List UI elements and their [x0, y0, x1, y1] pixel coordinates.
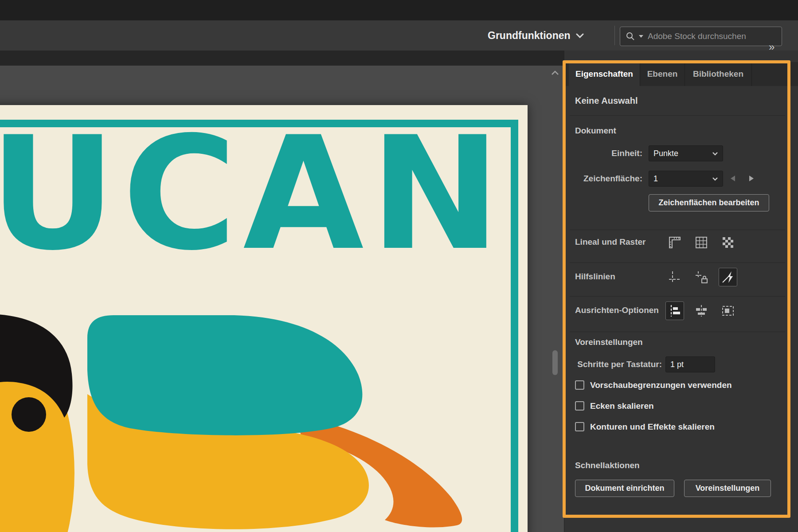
unit-dropdown[interactable]: Punkte: [649, 145, 723, 161]
divider: [570, 296, 785, 297]
selection-status: Keine Auswahl: [575, 96, 638, 106]
artboard-label: Zeichenfläche:: [564, 174, 642, 184]
ruler-icon: [668, 235, 682, 250]
divider: [570, 262, 785, 263]
show-guides-button[interactable]: [665, 268, 684, 286]
align-to-key-object-button[interactable]: [692, 301, 711, 320]
preview-bounds-checkbox[interactable]: [575, 380, 584, 390]
unit-label: Einheit:: [564, 149, 642, 158]
scale-corners-checkbox[interactable]: [575, 401, 584, 411]
show-grid-button[interactable]: [692, 233, 711, 252]
guides-label: Hilfslinien: [575, 272, 615, 282]
scale-strokes-effects-label: Konturen und Effekte skalieren: [590, 422, 715, 432]
preview-bounds-label: Vorschaubegrenzungen verwenden: [590, 380, 732, 390]
document-setup-button[interactable]: Dokument einrichten: [575, 480, 674, 497]
artboard-combobox[interactable]: 1: [649, 171, 723, 187]
chevron-down-icon: [712, 152, 718, 156]
grid-icon: [694, 235, 708, 250]
tab-bibliotheken[interactable]: Bibliotheken: [685, 62, 752, 86]
illustrator-window: Grundfunktionen UCAN: [0, 0, 798, 532]
scale-strokes-effects-checkbox[interactable]: [575, 422, 584, 431]
show-guides-icon: [668, 270, 682, 284]
divider: [570, 230, 785, 230]
poster-headline: UCAN: [0, 116, 507, 272]
prev-artboard-button[interactable]: [730, 175, 735, 184]
properties-panel: Eigenschaften Ebenen Bibliotheken Keine …: [564, 51, 798, 532]
chevron-down-icon: [576, 33, 584, 38]
align-to-artboard-button[interactable]: [719, 301, 737, 320]
unit-value: Punkte: [653, 149, 712, 158]
lock-guides-icon: [694, 270, 708, 284]
document-tabbar: [0, 51, 564, 66]
toucan-illustration: [0, 313, 514, 532]
tab-ebenen[interactable]: Ebenen: [640, 62, 685, 86]
show-rulers-button[interactable]: [665, 233, 684, 252]
keyboard-steps-input[interactable]: [665, 356, 715, 372]
scrollbar-up-arrow[interactable]: [551, 69, 559, 77]
search-icon: [626, 31, 635, 41]
vertical-scrollbar-thumb[interactable]: [552, 350, 558, 375]
search-input[interactable]: [647, 31, 776, 42]
smart-guides-button[interactable]: [719, 268, 737, 286]
preferences-section-title: Voreinstellungen: [575, 337, 643, 347]
quick-actions-section-title: Schnellaktionen: [575, 461, 640, 470]
align-to-selection-icon: [668, 304, 682, 318]
divider: [570, 115, 785, 116]
preferences-button[interactable]: Voreinstellungen: [684, 480, 771, 497]
workspace-switcher[interactable]: Grundfunktionen: [488, 20, 584, 51]
ruler-grid-label: Lineal und Raster: [575, 237, 645, 247]
keyboard-steps-label: Schritte per Tastatur:: [564, 360, 662, 369]
transparency-grid-button[interactable]: [719, 233, 737, 252]
stock-search[interactable]: [620, 27, 782, 46]
smart-guides-icon: [721, 270, 735, 284]
artboard-value: 1: [653, 174, 712, 184]
document-canvas[interactable]: UCAN: [0, 51, 564, 532]
workspace-label: Grundfunktionen: [488, 30, 571, 42]
transparency-grid-icon: [721, 235, 735, 250]
align-options-label: Ausrichten-Optionen: [575, 305, 659, 315]
toolbar-separator: [614, 26, 615, 45]
tab-eigenschaften[interactable]: Eigenschaften: [569, 62, 640, 86]
align-to-key-object-icon: [694, 304, 708, 318]
title-strip: [0, 0, 798, 20]
align-to-selection-button[interactable]: [665, 301, 684, 320]
collapse-panel-button[interactable]: »: [769, 41, 774, 53]
document-section-title: Dokument: [575, 126, 616, 136]
align-to-artboard-icon: [721, 304, 735, 318]
chevron-down-icon: [712, 177, 718, 181]
edit-artboards-button[interactable]: Zeichenflächen bearbeiten: [649, 194, 769, 211]
search-scope-chevron-icon: [639, 35, 643, 38]
lock-guides-button[interactable]: [692, 268, 711, 286]
artboard: UCAN: [0, 105, 528, 532]
scale-corners-label: Ecken skalieren: [590, 401, 654, 411]
panel-tabbar: Eigenschaften Ebenen Bibliotheken: [564, 62, 798, 86]
divider: [570, 332, 785, 332]
next-artboard-button[interactable]: [749, 175, 754, 184]
